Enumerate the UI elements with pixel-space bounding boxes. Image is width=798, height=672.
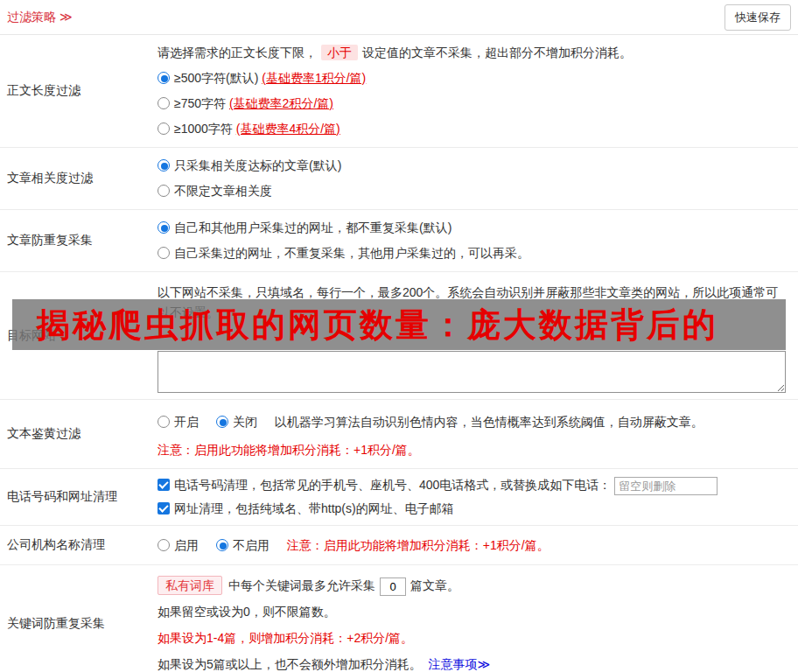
row-phone-url-clean: 电话号码和网址清理 电话号码清理，包括常见的手机号、座机号、400电话格式，或替…: [0, 469, 798, 526]
radio-dedup-self[interactable]: [158, 247, 170, 259]
dedup-option-self[interactable]: 自己采集过的网址，不重复采集，其他用户采集过的，可以再采。: [158, 241, 786, 266]
porn-filter-options: 开启 关闭 以机器学习算法自动识别色情内容，当色情概率达到系统阈值，自动屏蔽文章…: [158, 409, 786, 435]
quick-save-button[interactable]: 快速保存: [724, 4, 791, 31]
company-clean-note: 注意：启用此功能将增加积分消耗：+1积分/篇。: [287, 538, 550, 552]
keyword-dedup-line4: 如果设为5篇或以上，也不会额外增加积分消耗。 注意事项≫: [158, 651, 786, 672]
phone-clean-label: 电话号码清理，包括常见的手机号、座机号、400电话格式，或替换成如下电话：: [174, 478, 611, 492]
row-label-company-clean: 公司机构名称清理: [0, 526, 147, 564]
url-clean-label: 网址清理，包括纯域名、带http(s)的网址、电子邮箱: [174, 501, 454, 515]
option-label: 只采集相关度达标的文章(默认): [174, 158, 341, 172]
fee-note: (基础费率2积分/篇): [229, 96, 333, 110]
porn-filter-off-option[interactable]: 关闭: [216, 415, 257, 429]
overlay-ad-text: 揭秘爬虫抓取的网页数量：庞大数据背后的: [37, 303, 718, 347]
private-lexicon-tag[interactable]: 私有词库: [158, 576, 222, 595]
radio-company-on[interactable]: [158, 539, 170, 551]
relevance-option-strict[interactable]: 只采集相关度达标的文章(默认): [158, 153, 786, 178]
fee-note: (基础费率1积分/篇): [262, 71, 366, 85]
radio-relevance-strict[interactable]: [158, 159, 170, 172]
option-label: ≥1000字符: [174, 122, 236, 136]
less-than-tag: 小于: [321, 45, 358, 60]
phone-clean-option[interactable]: 电话号码清理，包括常见的手机号、座机号、400电话格式，或替换成如下电话：: [158, 473, 786, 497]
option-label: 不启用: [233, 538, 270, 552]
url-clean-option[interactable]: 网址清理，包括纯域名、带http(s)的网址、电子邮箱: [158, 497, 786, 521]
row-porn-filter: 文本鉴黄过滤 开启 关闭 以机器学习算法自动识别色情内容，当色情概率达到系统阈值…: [0, 400, 798, 469]
replacement-phone-input[interactable]: [614, 477, 718, 495]
overlay-ad-banner: 揭秘爬虫抓取的网页数量：庞大数据背后的: [12, 299, 786, 350]
row-label-relevance: 文章相关度过滤: [0, 148, 147, 209]
intro-after: 设定值的文章不采集，超出部分不增加积分消耗。: [362, 46, 632, 60]
option-label: ≥500字符(默认): [174, 71, 262, 85]
header-bar: 过滤策略 ≫ 快速保存: [0, 0, 798, 35]
option-label: ≥750字符: [174, 96, 229, 110]
radio-company-off[interactable]: [216, 539, 228, 551]
option-label: 启用: [174, 538, 199, 552]
radio-porn-off[interactable]: [216, 416, 228, 428]
row-label-url-dedup: 文章防重复采集: [0, 210, 147, 271]
row-url-dedup: 文章防重复采集 自己和其他用户采集过的网址，都不重复采集(默认) 自己采集过的网…: [0, 210, 798, 272]
row-label-porn-filter: 文本鉴黄过滤: [0, 400, 147, 468]
content-length-option-1000[interactable]: ≥1000字符 (基础费率4积分/篇): [158, 116, 786, 142]
porn-filter-note: 注意：启用此功能将增加积分消耗：+1积分/篇。: [158, 437, 786, 463]
checkbox-phone-clean[interactable]: [158, 479, 170, 491]
keyword-limit-input[interactable]: [380, 578, 406, 596]
keyword-dedup-line1: 私有词库中每个关键词最多允许采集篇文章。: [158, 572, 786, 598]
row-company-clean: 公司机构名称清理 启用 不启用 注意：启用此功能将增加积分消耗：+1积分/篇。: [0, 526, 798, 565]
keyword-limit-label: 中每个关键词最多允许采集: [228, 578, 375, 592]
company-clean-on-option[interactable]: 启用: [158, 538, 199, 552]
row-label-keyword-dedup: 关键词防重复采集: [0, 565, 147, 672]
keyword-dedup-line3: 如果设为1-4篇，则增加积分消耗：+2积分/篇。: [158, 625, 786, 651]
radio-relevance-any[interactable]: [158, 185, 170, 197]
radio-500-chars[interactable]: [158, 72, 170, 84]
radio-porn-on[interactable]: [158, 416, 170, 428]
radio-dedup-global[interactable]: [158, 221, 170, 234]
content-length-option-500[interactable]: ≥500字符(默认) (基础费率1积分/篇): [158, 66, 786, 91]
option-label: 开启: [174, 415, 199, 429]
porn-filter-on-option[interactable]: 开启: [158, 415, 199, 429]
intro-before: 请选择需求的正文长度下限，: [158, 46, 317, 60]
row-content-length: 正文长度过滤 请选择需求的正文长度下限，小于设定值的文章不采集，超出部分不增加积…: [0, 35, 798, 148]
option-label: 自己采集过的网址，不重复采集，其他用户采集过的，可以再采。: [174, 246, 529, 260]
radio-1000-chars[interactable]: [158, 122, 170, 135]
content-length-option-750[interactable]: ≥750字符 (基础费率2积分/篇): [158, 91, 786, 116]
checkbox-url-clean[interactable]: [158, 502, 170, 514]
porn-filter-description: 以机器学习算法自动识别色情内容，当色情概率达到系统阈值，自动屏蔽文章。: [275, 415, 704, 429]
dedup-option-global[interactable]: 自己和其他用户采集过的网址，都不重复采集(默认): [158, 215, 786, 241]
row-label-phone-url-clean: 电话号码和网址清理: [0, 469, 147, 525]
option-label: 自己和其他用户采集过的网址，都不重复采集(默认): [174, 220, 452, 234]
keyword-dedup-line2: 如果留空或设为0，则不限篇数。: [158, 598, 786, 625]
option-label: 关闭: [233, 415, 257, 429]
company-clean-options: 启用 不启用 注意：启用此功能将增加积分消耗：+1积分/篇。: [158, 532, 786, 558]
keyword-limit-suffix: 篇文章。: [410, 578, 459, 592]
option-label: 不限定文章相关度: [174, 184, 272, 198]
page-title: 过滤策略 ≫: [7, 10, 73, 25]
radio-750-chars[interactable]: [158, 97, 170, 109]
content-length-intro: 请选择需求的正文长度下限，小于设定值的文章不采集，超出部分不增加积分消耗。: [158, 40, 786, 66]
company-clean-off-option[interactable]: 不启用: [216, 538, 270, 552]
keyword-dedup-line4-text: 如果设为5篇或以上，也不会额外增加积分消耗。: [158, 657, 422, 671]
row-label-content-length: 正文长度过滤: [0, 35, 147, 147]
target-sites-textarea[interactable]: [158, 351, 786, 393]
row-relevance: 文章相关度过滤 只采集相关度达标的文章(默认) 不限定文章相关度: [0, 148, 798, 210]
row-keyword-dedup: 关键词防重复采集 私有词库中每个关键词最多允许采集篇文章。 如果留空或设为0，则…: [0, 565, 798, 672]
fee-note: (基础费率4积分/篇): [236, 122, 340, 136]
relevance-option-any[interactable]: 不限定文章相关度: [158, 178, 786, 204]
notes-link[interactable]: 注意事项≫: [429, 657, 491, 671]
